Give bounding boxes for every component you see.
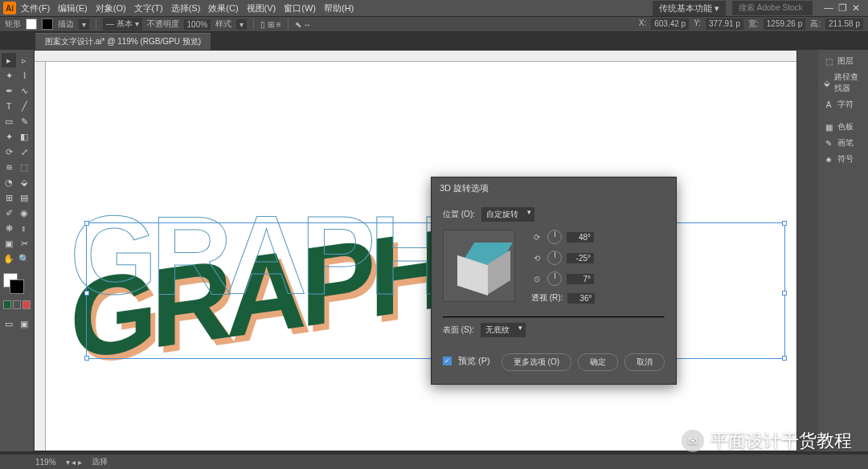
perspective-field[interactable]: 36°: [567, 293, 595, 304]
handle-se[interactable]: [782, 356, 787, 361]
brush-preset[interactable]: — 基本 ▾: [103, 18, 142, 31]
line-tool[interactable]: ╱: [17, 99, 31, 113]
gradient-tool[interactable]: ▤: [17, 190, 31, 205]
canvas[interactable]: GRAPHIC GRAPHIC GRAPHIC: [34, 50, 797, 451]
screen-mode[interactable]: ▭: [2, 316, 16, 331]
maximize-button[interactable]: ❐: [838, 2, 847, 14]
transform-icons[interactable]: ⬉ ↔: [295, 20, 312, 29]
more-options-button[interactable]: 更多选项 (O): [502, 353, 571, 371]
menu-help[interactable]: 帮助(H): [324, 2, 354, 14]
panel-layers[interactable]: ⬚图层: [821, 53, 865, 69]
stroke-swatch[interactable]: [42, 18, 53, 30]
zoom-level[interactable]: 119%: [35, 458, 56, 467]
cube-preview[interactable]: [443, 230, 515, 302]
preview-checkbox[interactable]: ✓: [443, 357, 452, 365]
surface-select[interactable]: 无底纹: [481, 323, 526, 337]
workspace-selector[interactable]: 传统基本功能 ▾: [653, 1, 726, 16]
handle-w[interactable]: [84, 291, 89, 296]
pen-tool[interactable]: ✒: [2, 84, 16, 98]
lasso-tool[interactable]: ⌇: [17, 68, 31, 83]
x-field[interactable]: 603.42 p: [651, 18, 689, 30]
align-icons[interactable]: ▯ ⊞ ≡: [260, 20, 280, 29]
search-stock-input[interactable]: 搜索 Adobe Stock: [732, 1, 813, 15]
artboard-tool[interactable]: ▣: [2, 236, 16, 251]
opacity-field[interactable]: 100%: [184, 19, 211, 30]
color-mode[interactable]: [3, 300, 11, 309]
symbol-tool[interactable]: ❋: [2, 221, 16, 235]
x-dial[interactable]: [547, 230, 562, 244]
opacity-label: 不透明度: [147, 18, 179, 30]
menu-select[interactable]: 选择(S): [171, 2, 201, 14]
title-bar: Ai 文件(F) 编辑(E) 对象(O) 文字(T) 选择(S) 效果(C) 视…: [0, 0, 868, 16]
mesh-tool[interactable]: ⊞: [2, 190, 16, 205]
width-tool[interactable]: ≋: [2, 160, 16, 174]
h-field[interactable]: 211.58 p: [825, 18, 863, 30]
curvature-tool[interactable]: ∿: [17, 84, 31, 98]
none-mode[interactable]: [23, 300, 31, 309]
ruler-horizontal: [35, 51, 796, 62]
menu-window[interactable]: 窗口(W): [284, 2, 316, 14]
brush-tool[interactable]: ✎: [17, 114, 31, 128]
hand-tool[interactable]: ✋: [2, 251, 16, 266]
free-transform-tool[interactable]: ⬚: [17, 160, 31, 174]
style-field[interactable]: ▾: [236, 19, 247, 30]
selection-tool[interactable]: ▸: [2, 53, 16, 67]
panel-swatches[interactable]: ▦色板: [821, 119, 865, 135]
handle-e[interactable]: [782, 291, 787, 296]
panel-character[interactable]: A字符: [821, 96, 865, 112]
pathfinder-icon: ⬙: [823, 77, 831, 88]
position-select[interactable]: 自定旋转: [481, 207, 534, 222]
panel-symbols[interactable]: ♣符号: [821, 151, 865, 167]
stroke-color[interactable]: [10, 279, 24, 294]
minimize-button[interactable]: —: [824, 2, 833, 14]
y-field[interactable]: 377.91 p: [706, 18, 743, 30]
handle-ne[interactable]: [782, 221, 787, 226]
magic-wand-tool[interactable]: ✦: [2, 68, 16, 83]
menu-view[interactable]: 视图(V): [247, 2, 276, 14]
menu-effect[interactable]: 效果(C): [208, 2, 238, 14]
rectangle-tool[interactable]: ▭: [2, 114, 16, 128]
wechat-icon: ✉: [682, 430, 704, 452]
cancel-button[interactable]: 取消: [624, 353, 665, 371]
panel-pathfinder[interactable]: ⬙路径查找器: [821, 69, 865, 96]
menu-object[interactable]: 对象(O): [96, 2, 126, 14]
color-swatches[interactable]: [2, 271, 32, 311]
z-angle-field[interactable]: 7°: [567, 274, 594, 284]
y-dial[interactable]: [547, 251, 562, 265]
fill-swatch[interactable]: [26, 18, 37, 30]
handle-sw[interactable]: [84, 356, 89, 361]
type-icon: A: [823, 99, 834, 110]
panel-brushes[interactable]: ✎画笔: [821, 135, 865, 151]
gradient-mode[interactable]: [13, 300, 21, 309]
y-angle-field[interactable]: -25°: [567, 253, 594, 263]
menu-type[interactable]: 文字(T): [134, 2, 163, 14]
panel-strip[interactable]: [797, 50, 818, 451]
handle-nw[interactable]: [84, 221, 89, 226]
rotate-tool[interactable]: ⟳: [2, 145, 16, 159]
shaper-tool[interactable]: ✦: [2, 129, 16, 144]
blend-tool[interactable]: ◉: [17, 206, 31, 220]
perspective-tool[interactable]: ⬙: [17, 175, 31, 190]
eyedropper-tool[interactable]: ✐: [2, 206, 16, 220]
menu-bar: 文件(F) 编辑(E) 对象(O) 文字(T) 选择(S) 效果(C) 视图(V…: [21, 2, 354, 14]
menu-edit[interactable]: 编辑(E): [58, 2, 88, 14]
shape-builder-tool[interactable]: ◔: [2, 175, 16, 190]
artboard[interactable]: GRAPHIC GRAPHIC GRAPHIC: [46, 62, 796, 451]
w-field[interactable]: 1259.26 p: [764, 18, 806, 30]
eraser-tool[interactable]: ◧: [17, 129, 31, 144]
type-tool[interactable]: T: [2, 99, 16, 113]
graph-tool[interactable]: ⫾: [17, 221, 31, 235]
zoom-tool[interactable]: 🔍: [17, 251, 31, 266]
ok-button[interactable]: 确定: [578, 353, 618, 371]
menu-file[interactable]: 文件(F): [21, 2, 50, 14]
close-button[interactable]: ✕: [852, 2, 860, 14]
direct-select-tool[interactable]: ▹: [17, 53, 31, 67]
swatches-icon: ▦: [823, 121, 834, 133]
z-dial[interactable]: [547, 271, 562, 286]
document-tab[interactable]: 图案文字设计.ai* @ 119% (RGB/GPU 预览): [35, 33, 211, 50]
scale-tool[interactable]: ⤢: [17, 145, 31, 159]
stroke-weight-field[interactable]: ▾: [79, 19, 89, 30]
screen-mode-2[interactable]: ▣: [17, 316, 31, 331]
x-angle-field[interactable]: 48°: [567, 232, 594, 243]
slice-tool[interactable]: ✂: [17, 236, 31, 251]
